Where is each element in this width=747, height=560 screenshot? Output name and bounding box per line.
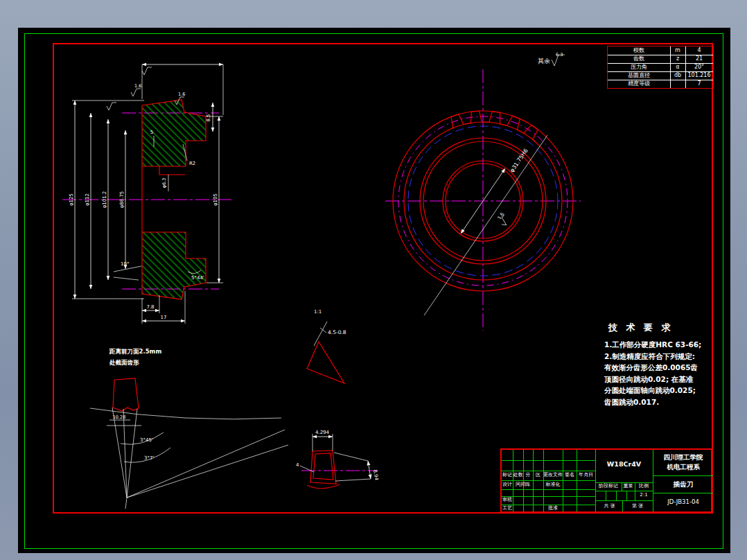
cad-canvas: φ125 φ112 φ101.2 φ88.75 φ105 8.5 φ6.3 7.… (18, 28, 730, 553)
detail-trapezoid-inner (313, 453, 333, 480)
viewer-background: { "window": { "desktop_bg": "#8d9bb1", "… (0, 0, 747, 560)
dim-label: 5 (150, 130, 153, 135)
param-label: 压力角 (608, 63, 670, 71)
tb-label-zone2: 区 (533, 471, 543, 480)
detail-tooth-form: 距离前刀面2.5mm 处截面齿形 10.28 3°45' 3°7' (90, 348, 288, 509)
tb-label-doc: 更改文件 (543, 471, 563, 480)
tech-req-line: 有效渐分齿形公差0.0065齿 (604, 362, 723, 374)
tb-label-std: 标准化 (543, 480, 563, 489)
surface-note-prefix: 其余 (538, 58, 550, 64)
tb-designer-name: 闫邦阵 (513, 480, 533, 489)
tech-req-line: 2.制造精度应符合下列规定: (604, 351, 723, 362)
tech-req-line: 顶圆径向跳动0.02; 在基准 (604, 374, 723, 385)
tb-school-line1: 四川理工学院 (653, 453, 714, 462)
detail-note: 处截面齿形 (109, 359, 139, 366)
dim-label: 4 (296, 462, 299, 468)
dim-label: 4.5-0.8 (328, 329, 346, 335)
technical-requirements: 技 术 要 求 1.工作部分硬度HRC 63-66; 2.制造精度应符合下列规定… (604, 322, 723, 408)
surface-note-value: 6.3 (556, 52, 563, 58)
param-value: 21 (685, 55, 713, 63)
surface-roughness-note: 其余 6.3 (538, 52, 565, 66)
tb-school-line2: 机电工程系 (653, 462, 714, 471)
section-view: φ125 φ112 φ101.2 φ88.75 φ105 8.5 φ6.3 7.… (62, 64, 234, 324)
detail-construction-lines (90, 408, 288, 509)
tech-req-line: 齿圆跳动0.017. (604, 396, 723, 408)
tb-label-date: 年月日 (577, 471, 595, 480)
tb-label-zone1: 分 (523, 471, 533, 480)
gear-front-view: φ31.75H6 1.6 (385, 69, 581, 331)
param-label: 精度等级 (608, 80, 670, 88)
tb-label-craft: 工艺 (502, 504, 513, 513)
detail-tooth-outline (113, 378, 139, 411)
detail-leader (314, 322, 327, 346)
param-label: 模数 (608, 46, 670, 55)
tb-sheet-number: 第 张 (622, 502, 653, 511)
roughness-value: 1.6 (496, 211, 504, 220)
dim-label: 10.28 (113, 414, 126, 420)
dim-label: φ112 (85, 193, 90, 206)
dim-label: 8.5 (206, 114, 211, 121)
roughness-value: 1.6 (178, 91, 185, 97)
param-value: 101.216 (685, 71, 713, 80)
tb-label-design: 设计 (502, 480, 513, 489)
param-value: 7 (685, 80, 713, 88)
tb-part-name: 插齿刀 (653, 480, 714, 489)
tb-label-stage: 阶段标记 (595, 482, 622, 491)
tech-req-line: 1.工作部分硬度HRC 63-66; (604, 339, 723, 351)
gear-teeth (451, 111, 538, 142)
dim-label: 8.94 (372, 469, 379, 481)
dim-label: φ6.3 (161, 178, 167, 189)
roughness-value: 1.6 (134, 83, 141, 89)
dim-label: φ88.75 (119, 191, 125, 209)
tb-drawing-number: JD-JB31-04 (653, 498, 714, 507)
tb-label-sign: 签名 (563, 471, 577, 480)
tech-req-title: 技 术 要 求 (608, 322, 723, 334)
dim-label: R2 (189, 161, 195, 166)
dim-label: φ105 (213, 193, 218, 206)
detail-triangle-outline (307, 342, 344, 383)
tb-label-mark: 标记 (502, 471, 513, 480)
tb-label-approve: 批准 (543, 504, 563, 513)
tb-label-scale: 比例 (635, 482, 653, 491)
param-symbol: db (670, 71, 685, 80)
detail-scale-label: 1:1 (314, 309, 322, 315)
param-symbol: α (670, 63, 685, 71)
dim-label: 3°45' (140, 437, 153, 443)
param-label: 齿数 (608, 55, 670, 63)
param-value: 4 (685, 46, 713, 55)
dim-label: 10° (121, 261, 129, 267)
dim-label: 3°7' (144, 455, 154, 461)
tech-req-line: 分圆处端面轴向跳动0.025; (604, 385, 723, 396)
dim-label: 7.8 (146, 304, 154, 310)
tb-label-weight: 重量 (622, 482, 635, 491)
param-symbol: z (670, 55, 685, 63)
gear-parameter-table: 模数 m 4 齿数 z 21 压力角 α 20° 基圆直径 db 101.216… (607, 46, 714, 89)
bore-dimension: φ31.75H6 1.6 (424, 135, 547, 315)
title-block: 标记 处数 分 区 更改文件 签名 年月日 设计 闫邦阵 标准化 审核 工艺 批… (500, 448, 712, 513)
detail-rake-face: 4.5-0.8 1:1 (307, 309, 346, 383)
dim-label: 5°44' (191, 275, 204, 281)
param-value: 20° (685, 63, 713, 71)
detail-break-line (307, 484, 340, 489)
param-label: 基圆直径 (608, 71, 670, 80)
tb-label-count: 处数 (513, 471, 523, 480)
dim-label: 17 (161, 315, 167, 320)
dim-label: 4.294 (315, 430, 330, 435)
dim-label: φ125 (69, 193, 74, 206)
detail-note: 距离前刀面2.5mm (109, 348, 161, 355)
tb-sheets-total: 共 张 (597, 502, 622, 511)
tb-scale-value: 2:1 (635, 491, 653, 500)
param-symbol: m (670, 46, 685, 55)
tb-material: W18Cr4V (595, 460, 653, 469)
dim-label: φ101.2 (102, 191, 107, 209)
detail-tooth-profile: 4.294 8.94 4 (296, 430, 379, 489)
